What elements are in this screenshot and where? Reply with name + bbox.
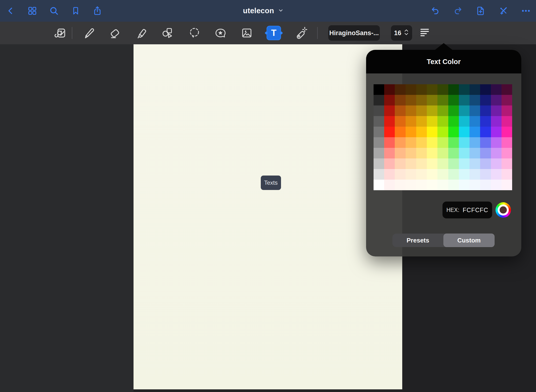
color-swatch-r6c1[interactable] — [384, 148, 395, 158]
color-swatch-r0c3[interactable] — [406, 84, 416, 95]
note-page[interactable] — [134, 44, 402, 389]
tab-presets[interactable]: Presets — [392, 234, 443, 247]
color-swatch-r1c2[interactable] — [395, 95, 405, 105]
color-swatch-r4c11[interactable] — [491, 127, 502, 137]
color-swatch-r5c4[interactable] — [416, 137, 427, 148]
color-swatch-r9c3[interactable] — [406, 180, 416, 190]
text-object[interactable]: Texts — [261, 176, 281, 190]
color-swatch-r5c9[interactable] — [469, 137, 480, 148]
color-swatch-r0c8[interactable] — [459, 84, 469, 95]
color-swatch-r6c6[interactable] — [437, 148, 448, 158]
color-swatch-r5c3[interactable] — [406, 137, 416, 148]
color-swatch-r8c11[interactable] — [491, 169, 502, 180]
color-swatch-r2c8[interactable] — [459, 105, 469, 116]
color-swatch-r0c6[interactable] — [437, 84, 448, 95]
color-swatch-r1c7[interactable] — [448, 95, 459, 105]
color-swatch-r1c12[interactable] — [502, 95, 512, 105]
color-swatch-r7c8[interactable] — [459, 158, 469, 169]
color-swatch-r1c5[interactable] — [427, 95, 437, 105]
color-swatch-r6c7[interactable] — [448, 148, 459, 158]
color-swatch-r3c9[interactable] — [469, 116, 480, 127]
color-swatch-r3c5[interactable] — [427, 116, 437, 127]
stickers-tool-button[interactable] — [214, 26, 228, 40]
zoom-window-tool-button[interactable] — [54, 26, 68, 40]
color-swatch-r7c2[interactable] — [395, 158, 405, 169]
color-swatch-r5c5[interactable] — [427, 137, 437, 148]
share-button[interactable] — [91, 5, 104, 17]
read-only-toggle-button[interactable] — [497, 5, 509, 17]
photo-tool-button[interactable] — [240, 26, 254, 40]
color-swatch-r3c11[interactable] — [491, 116, 502, 127]
color-swatch-r9c12[interactable] — [502, 180, 512, 190]
color-swatch-r6c8[interactable] — [459, 148, 469, 158]
color-swatch-r4c9[interactable] — [469, 127, 480, 137]
color-swatch-r8c4[interactable] — [416, 169, 427, 180]
color-swatch-r2c1[interactable] — [384, 105, 395, 116]
color-swatch-r3c3[interactable] — [406, 116, 416, 127]
color-swatch-r4c5[interactable] — [427, 127, 437, 137]
laser-pointer-tool-button[interactable] — [294, 26, 308, 40]
color-swatch-r2c9[interactable] — [469, 105, 480, 116]
highlighter-tool-button[interactable] — [134, 26, 148, 40]
color-swatch-r3c8[interactable] — [459, 116, 469, 127]
color-swatch-r7c10[interactable] — [480, 158, 491, 169]
color-swatch-r4c2[interactable] — [395, 127, 405, 137]
color-swatch-r0c4[interactable] — [416, 84, 427, 95]
color-swatch-r8c0[interactable] — [374, 169, 384, 180]
color-swatch-r8c9[interactable] — [469, 169, 480, 180]
shapes-tool-button[interactable] — [160, 26, 174, 40]
undo-button[interactable] — [429, 5, 442, 17]
color-swatch-r5c12[interactable] — [502, 137, 512, 148]
color-swatch-r2c10[interactable] — [480, 105, 491, 116]
color-swatch-r9c6[interactable] — [437, 180, 448, 190]
back-button[interactable] — [4, 5, 17, 17]
color-swatch-r0c7[interactable] — [448, 84, 459, 95]
color-swatch-r1c8[interactable] — [459, 95, 469, 105]
font-family-button[interactable]: HiraginoSans-... — [328, 25, 380, 41]
color-swatch-r1c4[interactable] — [416, 95, 427, 105]
color-swatch-r1c9[interactable] — [469, 95, 480, 105]
color-swatch-r9c0[interactable] — [374, 180, 384, 190]
color-swatch-r8c6[interactable] — [437, 169, 448, 180]
color-swatch-r5c8[interactable] — [459, 137, 469, 148]
text-tool-button-selected[interactable]: T — [267, 26, 281, 40]
color-swatch-r7c0[interactable] — [374, 158, 384, 169]
color-swatch-r4c4[interactable] — [416, 127, 427, 137]
color-swatch-r8c12[interactable] — [502, 169, 512, 180]
color-swatch-r3c4[interactable] — [416, 116, 427, 127]
color-swatch-r0c10[interactable] — [480, 84, 491, 95]
color-swatch-r9c2[interactable] — [395, 180, 405, 190]
color-swatch-r3c0[interactable] — [374, 116, 384, 127]
color-swatch-r2c7[interactable] — [448, 105, 459, 116]
color-swatch-r7c12[interactable] — [502, 158, 512, 169]
pages-overview-button[interactable] — [26, 5, 39, 17]
color-swatch-r5c0[interactable] — [374, 137, 384, 148]
color-swatch-r4c8[interactable] — [459, 127, 469, 137]
color-swatch-r8c3[interactable] — [406, 169, 416, 180]
color-swatch-r6c3[interactable] — [406, 148, 416, 158]
color-swatch-r3c12[interactable] — [502, 116, 512, 127]
color-swatch-r6c10[interactable] — [480, 148, 491, 158]
color-swatch-r2c5[interactable] — [427, 105, 437, 116]
color-swatch-r0c2[interactable] — [395, 84, 405, 95]
color-swatch-r6c9[interactable] — [469, 148, 480, 158]
color-swatch-r6c12[interactable] — [502, 148, 512, 158]
color-swatch-r3c7[interactable] — [448, 116, 459, 127]
color-swatch-r8c8[interactable] — [459, 169, 469, 180]
eraser-tool-button[interactable] — [108, 26, 122, 40]
color-swatch-r2c11[interactable] — [491, 105, 502, 116]
color-swatch-r7c3[interactable] — [406, 158, 416, 169]
color-swatch-r7c6[interactable] — [437, 158, 448, 169]
color-swatch-r8c7[interactable] — [448, 169, 459, 180]
color-swatch-r0c11[interactable] — [491, 84, 502, 95]
color-swatch-r4c1[interactable] — [384, 127, 395, 137]
color-swatch-r4c6[interactable] — [437, 127, 448, 137]
color-swatch-r5c1[interactable] — [384, 137, 395, 148]
color-swatch-r2c6[interactable] — [437, 105, 448, 116]
color-wheel-button[interactable] — [496, 202, 511, 218]
color-swatch-r2c2[interactable] — [395, 105, 405, 116]
bookmark-button[interactable] — [69, 5, 82, 17]
color-swatch-r4c7[interactable] — [448, 127, 459, 137]
color-swatch-r2c3[interactable] — [406, 105, 416, 116]
color-swatch-r6c0[interactable] — [374, 148, 384, 158]
